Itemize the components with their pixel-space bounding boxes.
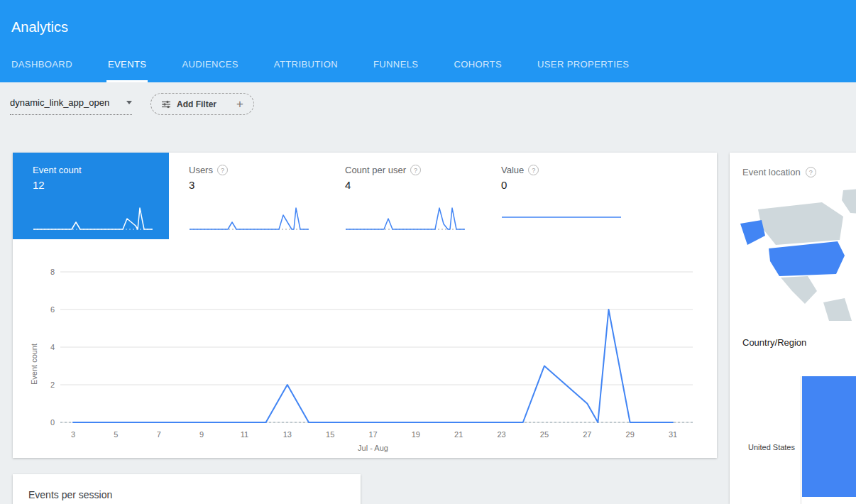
metric-value: 4	[345, 179, 466, 191]
event-count-chart: 0246835791113151719212325272931Jul - Aug	[31, 259, 698, 458]
nav-tabs: DASHBOARD EVENTS AUDIENCES ATTRIBUTION F…	[10, 59, 663, 82]
svg-text:5: 5	[114, 430, 118, 439]
map-greenland	[842, 188, 856, 214]
users-sparkline	[189, 202, 309, 235]
svg-text:15: 15	[326, 430, 334, 439]
nav-tab-funnels[interactable]: FUNNELS	[372, 59, 419, 82]
svg-text:Jul - Aug: Jul - Aug	[358, 444, 388, 452]
metric-tabs: Event count 12 Users ? 3 Count per user …	[13, 153, 717, 239]
svg-text:23: 23	[497, 430, 505, 439]
metric-tab-value[interactable]: Value ? 0	[481, 153, 637, 239]
help-icon[interactable]: ?	[806, 167, 816, 177]
svg-text:31: 31	[669, 430, 677, 439]
svg-text:19: 19	[412, 430, 420, 439]
country-label: United States	[748, 443, 795, 451]
event-location-card: Event location ? Country/Region United S…	[730, 153, 856, 504]
united-states-bar[interactable]	[802, 376, 856, 497]
add-filter-label: Add Filter	[177, 99, 216, 109]
svg-text:25: 25	[540, 430, 549, 439]
line-chart: 0246835791113151719212325272931Jul - Aug	[31, 259, 698, 458]
app-title: Analytics	[11, 19, 68, 35]
svg-text:13: 13	[283, 430, 292, 439]
events-card: Event count 12 Users ? 3 Count per user …	[13, 153, 717, 458]
nav-tab-dashboard[interactable]: DASHBOARD	[10, 59, 74, 82]
add-filter-button[interactable]: Add Filter +	[150, 93, 254, 115]
country-bar-chart: United States	[730, 376, 856, 504]
country-region-label: Country/Region	[742, 337, 856, 348]
map-canada	[758, 202, 843, 245]
event-count-sparkline	[33, 202, 153, 235]
metric-tab-event-count[interactable]: Event count 12	[13, 153, 169, 239]
svg-text:4: 4	[50, 343, 55, 351]
svg-text:2: 2	[50, 380, 55, 389]
svg-text:9: 9	[199, 430, 204, 439]
svg-text:17: 17	[368, 430, 377, 439]
metric-label: Count per user ?	[345, 165, 466, 175]
map-south-america	[823, 298, 852, 321]
chevron-down-icon	[126, 101, 132, 104]
event-location-title: Event location	[742, 167, 801, 177]
events-per-session-title: Events per session	[13, 474, 361, 500]
events-per-session-card: Events per session	[13, 474, 361, 504]
svg-text:6: 6	[50, 305, 55, 314]
help-icon[interactable]: ?	[410, 165, 421, 175]
svg-text:0: 0	[50, 418, 55, 427]
svg-text:27: 27	[583, 430, 591, 439]
nav-tab-audiences[interactable]: AUDIENCES	[180, 59, 239, 82]
metric-value: 0	[501, 179, 622, 191]
metric-tab-count-per-user[interactable]: Count per user ? 4	[325, 153, 481, 239]
app-header: Analytics DASHBOARD EVENTS AUDIENCES ATT…	[0, 0, 856, 82]
map-alaska	[740, 220, 765, 245]
svg-text:8: 8	[50, 268, 55, 276]
metric-label: Value ?	[501, 165, 622, 175]
value-sparkline	[501, 202, 622, 235]
metric-value: 3	[189, 179, 309, 191]
help-icon[interactable]: ?	[528, 165, 539, 175]
count-per-user-sparkline	[345, 202, 466, 235]
help-icon[interactable]: ?	[217, 165, 228, 175]
plus-icon: +	[236, 98, 243, 110]
tune-icon	[161, 99, 171, 109]
svg-text:3: 3	[71, 430, 75, 439]
event-selector-value: dynamic_link_app_open	[10, 97, 109, 108]
map-mexico	[781, 276, 817, 304]
nav-tab-events[interactable]: EVENTS	[106, 59, 148, 82]
metric-value: 12	[33, 179, 153, 191]
svg-text:29: 29	[626, 430, 635, 439]
nav-tab-attribution[interactable]: ATTRIBUTION	[273, 59, 339, 82]
nav-tab-user-properties[interactable]: USER PROPERTIES	[536, 59, 630, 82]
map-united-states	[769, 241, 845, 276]
svg-text:7: 7	[157, 430, 161, 439]
event-selector[interactable]: dynamic_link_app_open	[10, 97, 132, 115]
world-map	[737, 185, 856, 326]
svg-text:21: 21	[454, 430, 463, 439]
metric-label: Users ?	[189, 165, 309, 175]
svg-text:11: 11	[241, 430, 248, 439]
metric-label: Event count	[33, 165, 153, 175]
metric-tab-users[interactable]: Users ? 3	[169, 153, 325, 239]
nav-tab-cohorts[interactable]: COHORTS	[452, 59, 503, 82]
